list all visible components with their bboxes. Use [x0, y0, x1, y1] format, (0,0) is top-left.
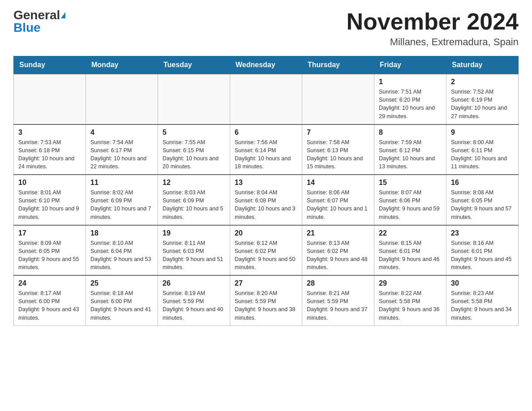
day-number: 7	[307, 128, 369, 137]
day-info: Sunrise: 8:17 AMSunset: 6:00 PMDaylight:…	[18, 289, 81, 322]
logo: General Blue	[13, 9, 65, 34]
calendar-cell: 30Sunrise: 8:23 AMSunset: 5:58 PMDayligh…	[446, 275, 519, 325]
day-info: Sunrise: 7:52 AMSunset: 6:19 PMDaylight:…	[451, 88, 514, 120]
day-number: 5	[163, 128, 225, 137]
day-info: Sunrise: 7:56 AMSunset: 6:14 PMDaylight:…	[235, 138, 297, 171]
calendar-cell: 23Sunrise: 8:16 AMSunset: 6:01 PMDayligh…	[446, 225, 519, 276]
day-number: 21	[307, 229, 369, 237]
day-number: 18	[90, 229, 153, 237]
calendar-cell: 16Sunrise: 8:08 AMSunset: 6:05 PMDayligh…	[446, 175, 519, 225]
day-info: Sunrise: 7:55 AMSunset: 6:15 PMDaylight:…	[163, 138, 225, 171]
day-number: 4	[90, 128, 153, 137]
calendar-cell: 15Sunrise: 8:07 AMSunset: 6:06 PMDayligh…	[374, 175, 446, 225]
calendar-cell: 10Sunrise: 8:01 AMSunset: 6:10 PMDayligh…	[14, 175, 86, 225]
day-info: Sunrise: 8:02 AMSunset: 6:09 PMDaylight:…	[90, 188, 153, 221]
day-number: 16	[451, 179, 514, 187]
day-info: Sunrise: 8:08 AMSunset: 6:05 PMDaylight:…	[451, 188, 514, 221]
day-info: Sunrise: 7:58 AMSunset: 6:13 PMDaylight:…	[307, 138, 369, 171]
calendar-cell: 12Sunrise: 8:03 AMSunset: 6:09 PMDayligh…	[158, 175, 230, 225]
day-number: 11	[90, 179, 153, 187]
calendar-header-row: SundayMondayTuesdayWednesdayThursdayFrid…	[14, 56, 519, 74]
day-info: Sunrise: 8:07 AMSunset: 6:06 PMDaylight:…	[379, 188, 442, 221]
day-number: 17	[18, 229, 81, 237]
calendar-table: SundayMondayTuesdayWednesdayThursdayFrid…	[13, 56, 519, 326]
day-info: Sunrise: 8:21 AMSunset: 5:59 PMDaylight:…	[307, 289, 369, 322]
day-number: 3	[18, 128, 81, 137]
day-number: 25	[90, 279, 153, 287]
day-info: Sunrise: 8:22 AMSunset: 5:58 PMDaylight:…	[379, 289, 442, 322]
location-text: Millanes, Extremadura, Spain	[347, 36, 519, 48]
day-info: Sunrise: 7:59 AMSunset: 6:12 PMDaylight:…	[379, 138, 442, 171]
day-number: 1	[379, 78, 442, 86]
day-number: 30	[451, 279, 514, 287]
month-title: November 2024	[347, 9, 519, 34]
day-number: 13	[235, 179, 297, 187]
week-row-3: 10Sunrise: 8:01 AMSunset: 6:10 PMDayligh…	[14, 175, 519, 225]
calendar-cell: 4Sunrise: 7:54 AMSunset: 6:17 PMDaylight…	[86, 124, 158, 175]
day-info: Sunrise: 8:04 AMSunset: 6:08 PMDaylight:…	[235, 188, 297, 221]
day-number: 23	[451, 229, 514, 237]
calendar-cell: 22Sunrise: 8:15 AMSunset: 6:01 PMDayligh…	[374, 225, 446, 276]
calendar-cell: 17Sunrise: 8:09 AMSunset: 6:05 PMDayligh…	[14, 225, 86, 276]
logo-triangle-icon	[61, 12, 65, 18]
calendar-cell: 5Sunrise: 7:55 AMSunset: 6:15 PMDaylight…	[158, 124, 230, 175]
calendar-cell: 6Sunrise: 7:56 AMSunset: 6:14 PMDaylight…	[230, 124, 302, 175]
day-info: Sunrise: 8:20 AMSunset: 5:59 PMDaylight:…	[235, 289, 297, 322]
calendar-cell: 11Sunrise: 8:02 AMSunset: 6:09 PMDayligh…	[86, 175, 158, 225]
calendar-cell: 20Sunrise: 8:12 AMSunset: 6:02 PMDayligh…	[230, 225, 302, 276]
page-header: General Blue November 2024 Millanes, Ext…	[13, 9, 519, 48]
calendar-cell: 7Sunrise: 7:58 AMSunset: 6:13 PMDaylight…	[302, 124, 374, 175]
col-header-wednesday: Wednesday	[230, 56, 302, 74]
day-info: Sunrise: 8:09 AMSunset: 6:05 PMDaylight:…	[18, 239, 81, 272]
title-area: November 2024 Millanes, Extremadura, Spa…	[347, 9, 519, 48]
calendar-cell: 25Sunrise: 8:18 AMSunset: 6:00 PMDayligh…	[86, 275, 158, 325]
day-number: 9	[451, 128, 514, 137]
week-row-2: 3Sunrise: 7:53 AMSunset: 6:18 PMDaylight…	[14, 124, 519, 175]
day-number: 10	[18, 179, 81, 187]
calendar-cell: 9Sunrise: 8:00 AMSunset: 6:11 PMDaylight…	[446, 124, 519, 175]
calendar-cell: 24Sunrise: 8:17 AMSunset: 6:00 PMDayligh…	[14, 275, 86, 325]
day-info: Sunrise: 8:11 AMSunset: 6:03 PMDaylight:…	[163, 239, 225, 272]
day-number: 29	[379, 279, 442, 287]
col-header-sunday: Sunday	[14, 56, 86, 74]
day-info: Sunrise: 8:23 AMSunset: 5:58 PMDaylight:…	[451, 289, 514, 322]
calendar-cell	[230, 74, 302, 124]
day-number: 2	[451, 78, 514, 86]
day-number: 6	[235, 128, 297, 137]
day-info: Sunrise: 8:06 AMSunset: 6:07 PMDaylight:…	[307, 188, 369, 221]
day-info: Sunrise: 8:00 AMSunset: 6:11 PMDaylight:…	[451, 138, 514, 171]
week-row-1: 1Sunrise: 7:51 AMSunset: 6:20 PMDaylight…	[14, 74, 519, 124]
day-info: Sunrise: 8:12 AMSunset: 6:02 PMDaylight:…	[235, 239, 297, 272]
day-info: Sunrise: 8:10 AMSunset: 6:04 PMDaylight:…	[90, 239, 153, 272]
day-number: 8	[379, 128, 442, 137]
calendar-cell	[158, 74, 230, 124]
calendar-cell: 26Sunrise: 8:19 AMSunset: 5:59 PMDayligh…	[158, 275, 230, 325]
calendar-cell: 13Sunrise: 8:04 AMSunset: 6:08 PMDayligh…	[230, 175, 302, 225]
col-header-monday: Monday	[86, 56, 158, 74]
day-info: Sunrise: 7:51 AMSunset: 6:20 PMDaylight:…	[379, 88, 442, 120]
calendar-cell: 3Sunrise: 7:53 AMSunset: 6:18 PMDaylight…	[14, 124, 86, 175]
col-header-saturday: Saturday	[446, 56, 519, 74]
day-number: 20	[235, 229, 297, 237]
calendar-cell: 28Sunrise: 8:21 AMSunset: 5:59 PMDayligh…	[302, 275, 374, 325]
day-info: Sunrise: 8:16 AMSunset: 6:01 PMDaylight:…	[451, 239, 514, 272]
logo-general-text: General	[13, 9, 60, 21]
calendar-cell: 27Sunrise: 8:20 AMSunset: 5:59 PMDayligh…	[230, 275, 302, 325]
col-header-friday: Friday	[374, 56, 446, 74]
day-number: 27	[235, 279, 297, 287]
day-info: Sunrise: 8:19 AMSunset: 5:59 PMDaylight:…	[163, 289, 225, 322]
col-header-thursday: Thursday	[302, 56, 374, 74]
calendar-cell	[302, 74, 374, 124]
calendar-cell: 2Sunrise: 7:52 AMSunset: 6:19 PMDaylight…	[446, 74, 519, 124]
calendar-cell: 1Sunrise: 7:51 AMSunset: 6:20 PMDaylight…	[374, 74, 446, 124]
day-info: Sunrise: 8:18 AMSunset: 6:00 PMDaylight:…	[90, 289, 153, 322]
day-info: Sunrise: 8:15 AMSunset: 6:01 PMDaylight:…	[379, 239, 442, 272]
day-number: 28	[307, 279, 369, 287]
calendar-cell: 29Sunrise: 8:22 AMSunset: 5:58 PMDayligh…	[374, 275, 446, 325]
calendar-cell: 8Sunrise: 7:59 AMSunset: 6:12 PMDaylight…	[374, 124, 446, 175]
calendar-cell: 19Sunrise: 8:11 AMSunset: 6:03 PMDayligh…	[158, 225, 230, 276]
day-number: 12	[163, 179, 225, 187]
logo-blue-text: Blue	[13, 21, 41, 34]
day-number: 15	[379, 179, 442, 187]
calendar-cell	[86, 74, 158, 124]
